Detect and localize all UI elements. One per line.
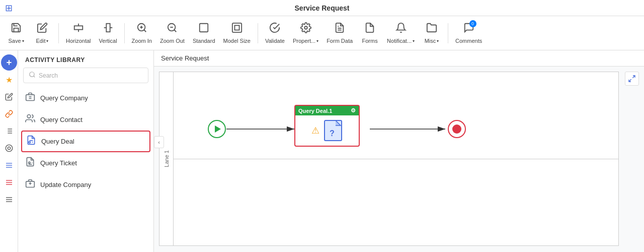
- svg-line-39: [34, 76, 35, 78]
- save-label: Save: [8, 38, 21, 44]
- svg-text:?: ?: [330, 129, 335, 138]
- lane-container: Lane 1: [159, 72, 619, 246]
- separator-4: [448, 23, 448, 43]
- zoom-out-icon: [167, 22, 178, 36]
- svg-line-7: [144, 30, 146, 32]
- forms-icon: [364, 22, 375, 36]
- lane-label-column: Lane 1: [159, 72, 174, 245]
- query-ticket-label: Query Ticket: [40, 159, 77, 167]
- canvas-title: Service Request: [154, 50, 644, 67]
- form-data-label: Form Data: [327, 38, 353, 44]
- standard-button[interactable]: Standard: [190, 20, 218, 46]
- sidebar-item-query-deal[interactable]: Query Deal: [21, 131, 150, 152]
- validate-label: Validate: [265, 38, 285, 44]
- svg-point-16: [304, 26, 307, 29]
- start-node[interactable]: [208, 120, 226, 138]
- svg-point-28: [8, 147, 10, 149]
- activity-node-title: Query Deal.1: [298, 108, 332, 114]
- strip-menu3-icon[interactable]: [1, 192, 17, 208]
- forms-button[interactable]: Forms: [358, 20, 382, 46]
- activity-doc-icon: ?: [324, 119, 343, 142]
- top-bar: ⊞ Service Request: [0, 0, 644, 16]
- query-deal-label: Query Deal: [41, 138, 74, 145]
- sidebar-item-query-contact[interactable]: Query Contact: [18, 109, 153, 131]
- form-data-button[interactable]: Form Data: [324, 20, 356, 46]
- vertical-icon: [103, 22, 114, 36]
- canvas-area: Service Request Lane 1: [154, 50, 644, 252]
- sidebar-item-query-ticket[interactable]: Query Ticket: [18, 152, 153, 174]
- svg-point-46: [29, 162, 30, 163]
- forms-label: Forms: [362, 38, 378, 44]
- expand-button[interactable]: [625, 72, 639, 86]
- sidebar-search-container[interactable]: Search: [23, 68, 148, 83]
- zoom-in-button[interactable]: Zoom In: [129, 20, 155, 46]
- sidebar: ACTIVITY LIBRARY Search Query Company Qu…: [18, 50, 154, 252]
- horizontal-button[interactable]: Horizontal: [63, 20, 94, 46]
- model-size-icon: [231, 22, 243, 36]
- edit-button[interactable]: Edit ▾: [30, 20, 54, 46]
- validate-icon: [269, 22, 280, 36]
- sidebar-collapse-button[interactable]: ‹: [154, 136, 164, 148]
- zoom-in-label: Zoom In: [132, 38, 152, 44]
- save-icon: [11, 22, 22, 36]
- activity-node-query-deal[interactable]: Query Deal.1 ⚙ ⚠: [294, 105, 360, 147]
- svg-point-38: [30, 72, 34, 77]
- misc-icon: [426, 22, 437, 36]
- svg-line-11: [175, 30, 177, 32]
- app-grid-icon[interactable]: ⊞: [5, 3, 13, 14]
- strip-edit-icon[interactable]: [1, 89, 17, 105]
- query-company-icon: [25, 92, 35, 104]
- properties-label: Propert...: [293, 38, 315, 44]
- svg-rect-3: [106, 24, 110, 32]
- search-icon: [29, 71, 36, 80]
- vertical-label: Vertical: [99, 38, 117, 44]
- properties-icon: [300, 22, 311, 36]
- comments-label: Comments: [455, 38, 482, 44]
- sidebar-item-query-company[interactable]: Query Company: [18, 87, 153, 109]
- activity-node-gear-icon[interactable]: ⚙: [351, 107, 356, 114]
- end-node-inner: [452, 124, 461, 134]
- svg-rect-15: [234, 25, 239, 30]
- validate-button[interactable]: Validate: [262, 20, 288, 46]
- zoom-in-icon: [136, 22, 147, 36]
- sidebar-item-update-company[interactable]: Update Company: [18, 174, 153, 196]
- model-size-button[interactable]: Model Size: [220, 20, 254, 46]
- notifications-label: Notificat...: [387, 38, 412, 44]
- model-size-label: Model Size: [223, 38, 251, 44]
- strip-list-icon[interactable]: [1, 123, 17, 139]
- misc-button[interactable]: Misc ▾: [420, 20, 444, 46]
- query-ticket-icon: [25, 157, 35, 169]
- separator-2: [124, 23, 125, 43]
- lane-body: Query Deal.1 ⚙ ⚠: [174, 72, 618, 245]
- save-button[interactable]: Save ▾: [4, 20, 28, 46]
- canvas-content[interactable]: Lane 1: [154, 67, 644, 251]
- end-node[interactable]: [448, 120, 466, 138]
- query-contact-icon: [25, 113, 35, 126]
- strip-circle-icon[interactable]: [1, 140, 17, 156]
- standard-icon: [198, 22, 209, 36]
- form-data-icon: [334, 22, 345, 36]
- strip-plus-icon[interactable]: [1, 54, 17, 71]
- comments-badge: 0: [469, 20, 476, 27]
- activity-node-body: ⚠ ?: [295, 115, 359, 146]
- zoom-out-button[interactable]: Zoom Out: [157, 20, 188, 46]
- properties-button[interactable]: Propert... ▾: [290, 20, 321, 46]
- vertical-button[interactable]: Vertical: [96, 20, 120, 46]
- query-deal-icon: [26, 135, 36, 148]
- svg-rect-0: [74, 26, 83, 29]
- sidebar-header: ACTIVITY LIBRARY: [18, 50, 153, 68]
- page-title: Service Request: [295, 4, 350, 12]
- svg-point-27: [6, 145, 12, 151]
- edit-label: Edit: [36, 38, 46, 44]
- notifications-button[interactable]: Notificat... ▾: [384, 20, 418, 46]
- strip-menu2-icon[interactable]: [1, 174, 17, 191]
- strip-link-icon[interactable]: [1, 106, 17, 122]
- query-contact-label: Query Contact: [40, 116, 83, 123]
- svg-point-45: [29, 142, 30, 143]
- activity-node-header: Query Deal.1 ⚙: [295, 106, 359, 115]
- strip-star-icon[interactable]: ★: [1, 72, 17, 88]
- icon-strip: ★: [0, 50, 18, 252]
- strip-menu1-icon[interactable]: [1, 157, 17, 173]
- comments-button[interactable]: 0 Comments: [452, 20, 485, 46]
- horizontal-icon: [73, 22, 84, 36]
